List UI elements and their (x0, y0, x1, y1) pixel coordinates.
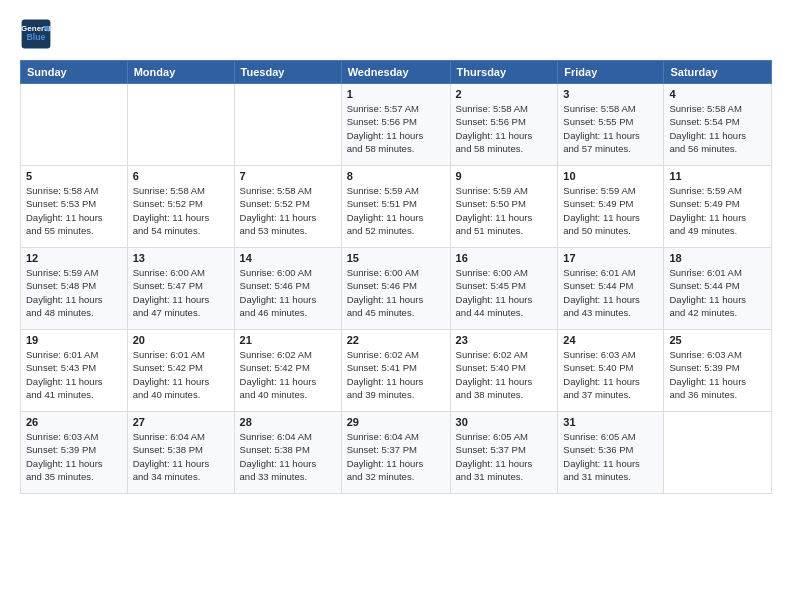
calendar-cell: 19Sunrise: 6:01 AM Sunset: 5:43 PM Dayli… (21, 330, 128, 412)
calendar-cell: 1Sunrise: 5:57 AM Sunset: 5:56 PM Daylig… (341, 84, 450, 166)
calendar-header-monday: Monday (127, 61, 234, 84)
calendar-cell (234, 84, 341, 166)
calendar-cell (664, 412, 772, 494)
day-info: Sunrise: 5:58 AM Sunset: 5:52 PM Dayligh… (133, 184, 229, 237)
day-number: 21 (240, 334, 336, 346)
calendar-week-row: 1Sunrise: 5:57 AM Sunset: 5:56 PM Daylig… (21, 84, 772, 166)
day-info: Sunrise: 5:58 AM Sunset: 5:56 PM Dayligh… (456, 102, 553, 155)
calendar-table: SundayMondayTuesdayWednesdayThursdayFrid… (20, 60, 772, 494)
day-info: Sunrise: 5:59 AM Sunset: 5:51 PM Dayligh… (347, 184, 445, 237)
day-info: Sunrise: 5:58 AM Sunset: 5:54 PM Dayligh… (669, 102, 766, 155)
day-number: 12 (26, 252, 122, 264)
calendar-header-friday: Friday (558, 61, 664, 84)
day-info: Sunrise: 6:02 AM Sunset: 5:42 PM Dayligh… (240, 348, 336, 401)
calendar-cell: 12Sunrise: 5:59 AM Sunset: 5:48 PM Dayli… (21, 248, 128, 330)
day-number: 19 (26, 334, 122, 346)
day-number: 31 (563, 416, 658, 428)
calendar-cell: 22Sunrise: 6:02 AM Sunset: 5:41 PM Dayli… (341, 330, 450, 412)
day-number: 5 (26, 170, 122, 182)
day-number: 24 (563, 334, 658, 346)
calendar-cell: 16Sunrise: 6:00 AM Sunset: 5:45 PM Dayli… (450, 248, 558, 330)
day-number: 4 (669, 88, 766, 100)
calendar-cell: 3Sunrise: 5:58 AM Sunset: 5:55 PM Daylig… (558, 84, 664, 166)
calendar-cell: 20Sunrise: 6:01 AM Sunset: 5:42 PM Dayli… (127, 330, 234, 412)
day-info: Sunrise: 6:01 AM Sunset: 5:42 PM Dayligh… (133, 348, 229, 401)
day-info: Sunrise: 5:57 AM Sunset: 5:56 PM Dayligh… (347, 102, 445, 155)
day-number: 7 (240, 170, 336, 182)
logo: General Blue (20, 18, 54, 50)
calendar-cell: 24Sunrise: 6:03 AM Sunset: 5:40 PM Dayli… (558, 330, 664, 412)
day-info: Sunrise: 6:00 AM Sunset: 5:46 PM Dayligh… (240, 266, 336, 319)
day-number: 1 (347, 88, 445, 100)
day-info: Sunrise: 6:05 AM Sunset: 5:37 PM Dayligh… (456, 430, 553, 483)
day-info: Sunrise: 6:03 AM Sunset: 5:39 PM Dayligh… (669, 348, 766, 401)
header: General Blue (20, 18, 772, 50)
day-number: 10 (563, 170, 658, 182)
calendar-cell: 2Sunrise: 5:58 AM Sunset: 5:56 PM Daylig… (450, 84, 558, 166)
calendar-cell (21, 84, 128, 166)
day-number: 14 (240, 252, 336, 264)
calendar-cell: 17Sunrise: 6:01 AM Sunset: 5:44 PM Dayli… (558, 248, 664, 330)
day-number: 9 (456, 170, 553, 182)
calendar-week-row: 26Sunrise: 6:03 AM Sunset: 5:39 PM Dayli… (21, 412, 772, 494)
calendar-header-tuesday: Tuesday (234, 61, 341, 84)
calendar-week-row: 12Sunrise: 5:59 AM Sunset: 5:48 PM Dayli… (21, 248, 772, 330)
day-number: 27 (133, 416, 229, 428)
day-number: 2 (456, 88, 553, 100)
calendar-cell: 29Sunrise: 6:04 AM Sunset: 5:37 PM Dayli… (341, 412, 450, 494)
svg-text:Blue: Blue (26, 32, 45, 42)
calendar-cell: 9Sunrise: 5:59 AM Sunset: 5:50 PM Daylig… (450, 166, 558, 248)
day-number: 16 (456, 252, 553, 264)
day-info: Sunrise: 5:59 AM Sunset: 5:49 PM Dayligh… (563, 184, 658, 237)
day-info: Sunrise: 6:01 AM Sunset: 5:44 PM Dayligh… (563, 266, 658, 319)
day-info: Sunrise: 6:00 AM Sunset: 5:46 PM Dayligh… (347, 266, 445, 319)
calendar-cell: 31Sunrise: 6:05 AM Sunset: 5:36 PM Dayli… (558, 412, 664, 494)
calendar-cell: 30Sunrise: 6:05 AM Sunset: 5:37 PM Dayli… (450, 412, 558, 494)
day-number: 29 (347, 416, 445, 428)
day-info: Sunrise: 5:58 AM Sunset: 5:52 PM Dayligh… (240, 184, 336, 237)
calendar-header-thursday: Thursday (450, 61, 558, 84)
day-number: 26 (26, 416, 122, 428)
calendar-cell: 11Sunrise: 5:59 AM Sunset: 5:49 PM Dayli… (664, 166, 772, 248)
calendar-cell: 26Sunrise: 6:03 AM Sunset: 5:39 PM Dayli… (21, 412, 128, 494)
day-number: 18 (669, 252, 766, 264)
day-info: Sunrise: 6:03 AM Sunset: 5:39 PM Dayligh… (26, 430, 122, 483)
calendar-cell: 18Sunrise: 6:01 AM Sunset: 5:44 PM Dayli… (664, 248, 772, 330)
day-number: 15 (347, 252, 445, 264)
calendar-cell: 6Sunrise: 5:58 AM Sunset: 5:52 PM Daylig… (127, 166, 234, 248)
calendar-cell: 28Sunrise: 6:04 AM Sunset: 5:38 PM Dayli… (234, 412, 341, 494)
day-info: Sunrise: 5:59 AM Sunset: 5:48 PM Dayligh… (26, 266, 122, 319)
calendar-header-wednesday: Wednesday (341, 61, 450, 84)
calendar-cell: 7Sunrise: 5:58 AM Sunset: 5:52 PM Daylig… (234, 166, 341, 248)
day-number: 20 (133, 334, 229, 346)
day-info: Sunrise: 5:59 AM Sunset: 5:49 PM Dayligh… (669, 184, 766, 237)
day-number: 17 (563, 252, 658, 264)
calendar-cell (127, 84, 234, 166)
day-number: 8 (347, 170, 445, 182)
day-number: 11 (669, 170, 766, 182)
day-info: Sunrise: 6:01 AM Sunset: 5:43 PM Dayligh… (26, 348, 122, 401)
day-info: Sunrise: 6:00 AM Sunset: 5:45 PM Dayligh… (456, 266, 553, 319)
day-info: Sunrise: 6:01 AM Sunset: 5:44 PM Dayligh… (669, 266, 766, 319)
day-info: Sunrise: 5:58 AM Sunset: 5:55 PM Dayligh… (563, 102, 658, 155)
day-number: 30 (456, 416, 553, 428)
calendar-cell: 27Sunrise: 6:04 AM Sunset: 5:38 PM Dayli… (127, 412, 234, 494)
calendar-week-row: 19Sunrise: 6:01 AM Sunset: 5:43 PM Dayli… (21, 330, 772, 412)
calendar-header-sunday: Sunday (21, 61, 128, 84)
calendar-cell: 25Sunrise: 6:03 AM Sunset: 5:39 PM Dayli… (664, 330, 772, 412)
calendar-cell: 13Sunrise: 6:00 AM Sunset: 5:47 PM Dayli… (127, 248, 234, 330)
day-info: Sunrise: 6:02 AM Sunset: 5:40 PM Dayligh… (456, 348, 553, 401)
calendar-cell: 10Sunrise: 5:59 AM Sunset: 5:49 PM Dayli… (558, 166, 664, 248)
day-number: 23 (456, 334, 553, 346)
logo-icon: General Blue (20, 18, 52, 50)
day-number: 28 (240, 416, 336, 428)
day-info: Sunrise: 6:05 AM Sunset: 5:36 PM Dayligh… (563, 430, 658, 483)
calendar-cell: 23Sunrise: 6:02 AM Sunset: 5:40 PM Dayli… (450, 330, 558, 412)
calendar-cell: 5Sunrise: 5:58 AM Sunset: 5:53 PM Daylig… (21, 166, 128, 248)
day-info: Sunrise: 6:03 AM Sunset: 5:40 PM Dayligh… (563, 348, 658, 401)
day-number: 25 (669, 334, 766, 346)
calendar-cell: 8Sunrise: 5:59 AM Sunset: 5:51 PM Daylig… (341, 166, 450, 248)
day-info: Sunrise: 6:00 AM Sunset: 5:47 PM Dayligh… (133, 266, 229, 319)
calendar-cell: 15Sunrise: 6:00 AM Sunset: 5:46 PM Dayli… (341, 248, 450, 330)
day-number: 13 (133, 252, 229, 264)
